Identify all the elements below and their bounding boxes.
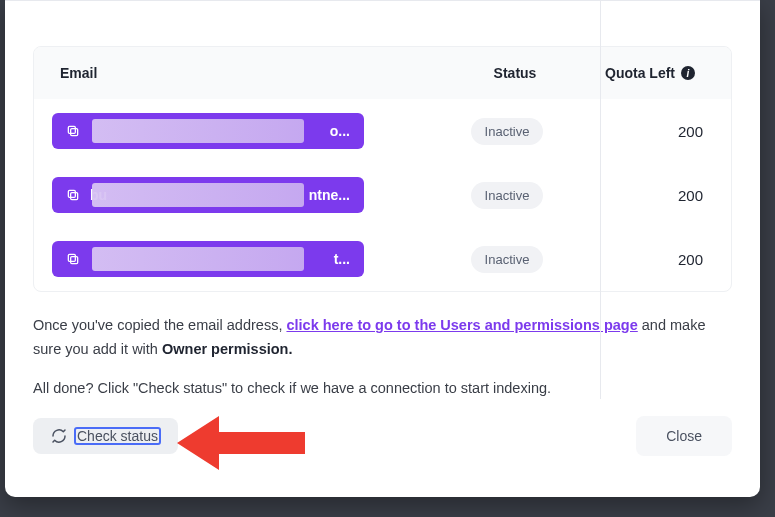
email-copy-chip[interactable]: t... [52, 241, 364, 277]
status-badge: Inactive [471, 246, 544, 273]
copy-icon [66, 252, 80, 266]
modal-footer: Check status Close [5, 396, 760, 480]
divider [5, 0, 760, 1]
status-cell: Inactive [432, 118, 582, 145]
accounts-table: Email Status Quota Left i o... [33, 46, 732, 292]
email-cell: t... [52, 241, 432, 277]
modal-body: Email Status Quota Left i o... [5, 46, 760, 396]
svg-rect-1 [68, 126, 75, 133]
table-row: bu ntne... Inactive 200 [34, 163, 731, 227]
check-status-label: Check status [75, 428, 160, 444]
status-cell: Inactive [432, 246, 582, 273]
email-tail: t... [334, 251, 350, 267]
quota-cell: 200 [582, 251, 713, 268]
header-quota-label: Quota Left [605, 65, 675, 81]
table-header-row: Email Status Quota Left i [34, 47, 731, 99]
redaction-overlay [92, 119, 304, 143]
email-tail: o... [330, 123, 350, 139]
modal-dialog: Email Status Quota Left i o... [5, 0, 760, 497]
status-badge: Inactive [471, 118, 544, 145]
redaction-overlay [92, 247, 304, 271]
table-row: o... Inactive 200 [34, 99, 731, 163]
svg-rect-2 [71, 193, 78, 200]
quota-cell: 200 [582, 187, 713, 204]
check-status-button[interactable]: Check status [33, 418, 178, 454]
svg-rect-4 [71, 257, 78, 264]
status-badge: Inactive [471, 182, 544, 209]
header-status: Status [440, 65, 590, 81]
email-cell: bu ntne... [52, 177, 432, 213]
email-copy-chip[interactable]: o... [52, 113, 364, 149]
info-icon[interactable]: i [681, 66, 695, 80]
table-row: t... Inactive 200 [34, 227, 731, 291]
email-text: bu [90, 187, 299, 203]
email-copy-chip[interactable]: bu ntne... [52, 177, 364, 213]
instructions-pre: Once you've copied the email address, [33, 317, 286, 333]
email-tail: ntne... [309, 187, 350, 203]
quota-cell: 200 [582, 123, 713, 140]
svg-rect-0 [71, 129, 78, 136]
confirm-text: All done? Click "Check status" to check … [33, 380, 732, 396]
copy-icon [66, 188, 80, 202]
email-cell: o... [52, 113, 432, 149]
permissions-link[interactable]: click here to go to the Users and permis… [286, 317, 637, 333]
header-quota: Quota Left i [590, 65, 705, 81]
svg-rect-5 [68, 254, 75, 261]
instructions-text: Once you've copied the email address, cl… [33, 314, 732, 362]
refresh-icon [51, 428, 67, 444]
copy-icon [66, 124, 80, 138]
status-cell: Inactive [432, 182, 582, 209]
instructions-bold: Owner permission. [162, 341, 293, 357]
close-button[interactable]: Close [636, 416, 732, 456]
svg-rect-3 [68, 190, 75, 197]
header-email: Email [60, 65, 440, 81]
